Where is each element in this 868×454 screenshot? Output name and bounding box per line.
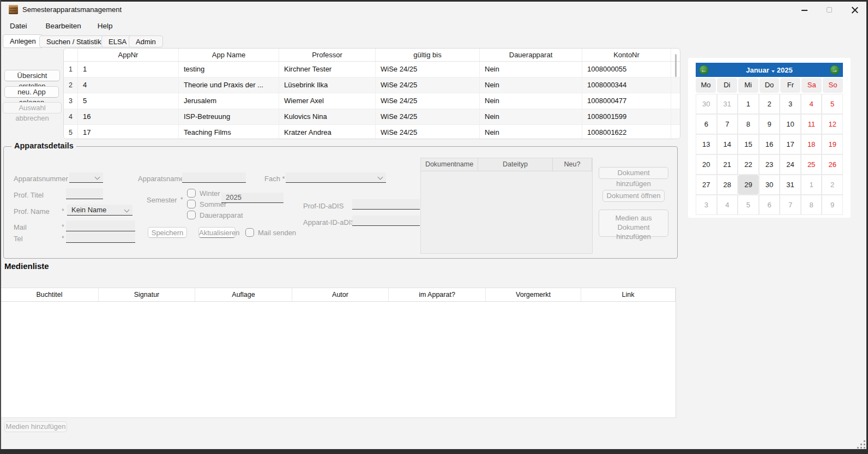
calendar-day[interactable]: 19: [822, 134, 843, 154]
calendar-day[interactable]: 9: [759, 114, 780, 134]
column-header-professor[interactable]: Professor: [279, 49, 376, 61]
calendar-day[interactable]: 12: [822, 114, 843, 134]
dokument-hinzufuegen-button[interactable]: Dokument hinzufügen: [599, 167, 668, 179]
media-column-link[interactable]: Link: [581, 288, 676, 301]
calendar-day[interactable]: 10: [780, 114, 801, 134]
calendar-day[interactable]: 2: [822, 175, 843, 195]
calendar-day[interactable]: 30: [696, 94, 717, 114]
minimize-button[interactable]: [792, 2, 817, 18]
table-row[interactable]: 35JerusalemWiemer AxelWiSe 24/25Nein1008…: [64, 93, 680, 109]
auswahl-abbrechen-button[interactable]: Auswahl abbrechen: [3, 102, 62, 113]
calendar-day[interactable]: 18: [801, 134, 822, 154]
media-column-vorgemerkt[interactable]: Vorgemerkt: [486, 288, 581, 301]
calendar-day[interactable]: 25: [801, 154, 822, 175]
uebersicht-erstellen-button[interactable]: Übersicht erstellen: [4, 70, 60, 81]
menu-item-help[interactable]: Help: [94, 20, 116, 32]
calendar-day[interactable]: 24: [780, 154, 801, 175]
column-header-kontonr[interactable]: KontoNr: [582, 49, 671, 61]
calendar-day[interactable]: 3: [780, 94, 801, 114]
table-row[interactable]: 517Teaching FilmsKratzer AndreaWiSe 24/2…: [64, 125, 680, 139]
mail-senden-checkbox[interactable]: [245, 228, 254, 237]
tel-input[interactable]: [66, 232, 135, 243]
calendar-day[interactable]: 5: [822, 94, 843, 114]
prof-titel-input[interactable]: [66, 188, 103, 199]
table-row[interactable]: 11testingKirchner TesterWiSe 24/25Nein10…: [64, 62, 680, 77]
tab-anlegen[interactable]: Anlegen: [3, 34, 43, 48]
doc-column-dokumentname[interactable]: Dokumentname: [421, 158, 478, 171]
sommer-checkbox[interactable]: [187, 200, 196, 208]
calendar-day[interactable]: 20: [696, 154, 717, 175]
calendar-day[interactable]: 31: [780, 175, 801, 195]
calendar-day[interactable]: 17: [780, 134, 801, 154]
calendar-year[interactable]: 2025: [777, 66, 793, 74]
title-bar[interactable]: Semesterapparatsmanagement: [1, 2, 866, 17]
calendar-day[interactable]: 21: [717, 154, 738, 175]
table-row[interactable]: 24Theorie und Praxis der ...Lüsebrink Il…: [64, 77, 680, 93]
calendar-day[interactable]: 5: [738, 195, 759, 215]
column-header-appnr[interactable]: AppNr: [78, 49, 179, 61]
calendar-day[interactable]: 23: [759, 154, 780, 175]
maximize-button[interactable]: [817, 2, 842, 18]
calendar-day[interactable]: 7: [780, 195, 801, 215]
calendar-day-today[interactable]: 29: [738, 175, 759, 195]
table-row[interactable]: 416ISP-BetreuungKulovics NinaWiSe 24/25N…: [64, 109, 680, 125]
calendar-day[interactable]: 8: [738, 114, 759, 134]
media-column-signatur[interactable]: Signatur: [99, 288, 195, 301]
media-column-auflage[interactable]: Auflage: [195, 288, 292, 301]
semester-year-input[interactable]: 2025: [221, 193, 284, 203]
menu-item-bearbeiten[interactable]: Bearbeiten: [43, 20, 85, 32]
calendar-day[interactable]: 3: [696, 195, 717, 215]
column-header-g-ltig-bis[interactable]: gültig bis: [376, 49, 480, 61]
winter-checkbox[interactable]: [187, 189, 196, 198]
neu-app-anlegen-button[interactable]: neu. App anlegen: [4, 86, 59, 98]
fach-combobox[interactable]: [286, 172, 386, 183]
doc-column-dateityp[interactable]: Dateityp: [478, 158, 553, 171]
calendar-day[interactable]: 31: [717, 94, 738, 114]
calendar-month[interactable]: Januar: [746, 66, 769, 74]
calendar-day[interactable]: 26: [822, 154, 843, 175]
calendar-day[interactable]: 30: [759, 175, 780, 195]
prof-id-adis-input[interactable]: [352, 199, 420, 210]
calendar-day[interactable]: 28: [717, 175, 738, 195]
calendar-day[interactable]: 22: [738, 154, 759, 175]
calendar-day[interactable]: 15: [738, 134, 759, 154]
calendar-day[interactable]: 8: [801, 195, 822, 215]
calendar-day[interactable]: 11: [801, 114, 822, 134]
calendar-day[interactable]: 7: [717, 114, 738, 134]
apparatsname-input[interactable]: [182, 172, 246, 183]
media-column-buchtitel[interactable]: Buchtitel: [1, 288, 99, 301]
calendar-day[interactable]: 27: [696, 175, 717, 195]
calendar-day[interactable]: 9: [822, 195, 843, 215]
doc-column-neu-[interactable]: Neu?: [553, 158, 592, 171]
tab-suchen-statistik[interactable]: Suchen / Statistik: [39, 35, 108, 47]
medien-aus-dokument-button[interactable]: Medien aus Dokument hinzufügen: [599, 210, 668, 237]
calendar-day[interactable]: 4: [801, 94, 822, 114]
calendar-day[interactable]: 14: [717, 134, 738, 154]
column-header-dauerapparat[interactable]: Dauerapparat: [480, 49, 582, 61]
calendar-day[interactable]: 6: [696, 114, 717, 134]
calendar-prev-month-button[interactable]: [699, 65, 709, 75]
calendar-title[interactable]: Januar 2025: [746, 66, 793, 74]
dauerapparat-checkbox[interactable]: [187, 211, 196, 219]
prof-name-combobox[interactable]: Kein Name: [67, 205, 132, 216]
media-column-autor[interactable]: Autor: [292, 288, 389, 301]
menu-item-datei[interactable]: Datei: [7, 20, 31, 32]
column-header-app-name[interactable]: App Name: [179, 49, 279, 61]
table-scrollbar[interactable]: [675, 54, 677, 77]
calendar-next-month-button[interactable]: [830, 65, 840, 75]
calendar-day[interactable]: 1: [738, 94, 759, 114]
aktualisieren-button[interactable]: Aktualisieren: [198, 227, 236, 238]
close-button[interactable]: [842, 2, 867, 18]
tab-admin[interactable]: Admin: [129, 35, 163, 47]
calendar-day[interactable]: 1: [801, 175, 822, 195]
apparatsnummer-combobox[interactable]: [69, 172, 103, 183]
calendar-day[interactable]: 13: [696, 134, 717, 154]
calendar-day[interactable]: 2: [759, 94, 780, 114]
calendar-day[interactable]: 16: [759, 134, 780, 154]
resize-grip[interactable]: [858, 441, 865, 449]
mail-input[interactable]: [66, 220, 135, 231]
medien-hinzufuegen-button[interactable]: Medien hinzufügen: [4, 421, 67, 432]
dokument-oeffnen-button[interactable]: Dokument öffnen: [602, 190, 665, 202]
calendar-day[interactable]: 4: [717, 195, 738, 215]
calendar-day[interactable]: 6: [759, 195, 780, 215]
